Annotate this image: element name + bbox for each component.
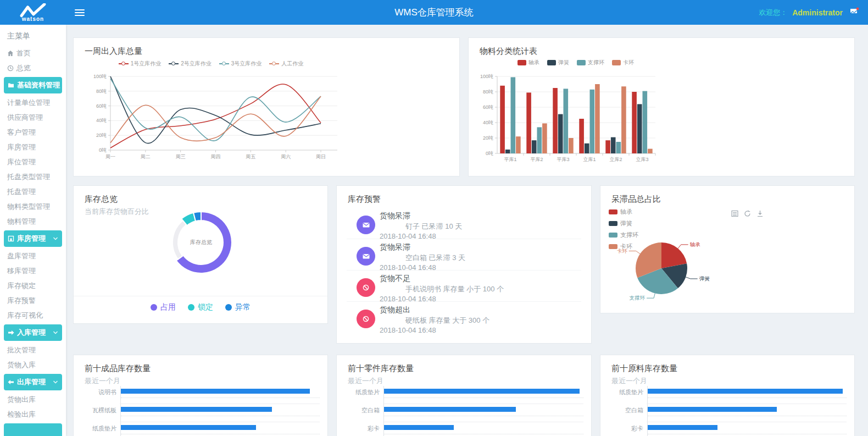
- download-icon[interactable]: [756, 210, 764, 217]
- bar-row: 说明书: [85, 386, 320, 404]
- sidebar-item-18[interactable]: 入库管理: [4, 324, 62, 341]
- hamburger-menu-icon[interactable]: [75, 8, 85, 18]
- weekly-line-chart: 0吨20吨40吨60吨80吨100吨周一周二周三周四周五周六周日: [87, 70, 351, 176]
- bar-row: 空白箱: [611, 404, 847, 422]
- home-icon: [7, 50, 14, 57]
- sidebar-item-10[interactable]: 物料类型管理: [0, 199, 66, 214]
- card-stock-alerts: 库存预警 货物呆滞钉子 已呆滞 10 天2018-10-04 16:48货物呆滞…: [336, 185, 592, 344]
- sidebar-item-3[interactable]: 计量单位管理: [0, 95, 66, 110]
- legend-item[interactable]: 支撑环: [577, 59, 604, 67]
- sidebar-item-4[interactable]: 供应商管理: [0, 110, 66, 125]
- sidebar-item-0[interactable]: 首页: [0, 46, 66, 60]
- alert-desc: 钉子 已呆滞 10 天: [405, 222, 581, 231]
- sidebar-item-label: 移库管理: [7, 266, 36, 276]
- legend-item[interactable]: 锁定: [188, 302, 213, 312]
- sidebar-item-label: 供应商管理: [7, 113, 43, 123]
- chevron-down-icon: [53, 236, 58, 241]
- sidebar-item-1[interactable]: 总览: [0, 60, 66, 75]
- legend-item[interactable]: 轴承: [518, 59, 539, 67]
- sidebar-item-21[interactable]: 出库管理: [4, 374, 62, 390]
- sidebar-item-label: 检验出库: [7, 410, 36, 420]
- top-parts-chart: 纸质垫片空白箱彩卡说明书: [348, 386, 583, 436]
- donut-legend: 占用锁定异常: [74, 302, 327, 312]
- legend-item[interactable]: 3号立库作业: [219, 60, 262, 68]
- overview-icon: [7, 65, 14, 71]
- sidebar-item-23[interactable]: 检验出库: [0, 407, 66, 422]
- svg-text:40吨: 40吨: [96, 118, 107, 123]
- bar-row: 彩卡: [611, 422, 847, 436]
- card-title: 一周出入库总量: [74, 38, 459, 57]
- legend-item[interactable]: 占用: [151, 302, 176, 312]
- divider: [74, 296, 327, 296]
- top-header: watson WMS仓库管理系统 欢迎您： Administrator: [0, 0, 868, 25]
- alert-title: 货物呆滞: [380, 242, 581, 252]
- sidebar-item-15[interactable]: 库存锁定: [0, 278, 66, 293]
- sidebar-item-22[interactable]: 货物出库: [0, 392, 66, 407]
- bar-row: 瓦楞纸板: [85, 404, 320, 422]
- card-subtitle: 最近一个月: [74, 374, 327, 386]
- legend-item[interactable]: 2号立库作业: [169, 60, 212, 68]
- notification-icon[interactable]: [850, 7, 859, 18]
- sidebar-item-8[interactable]: 托盘类型管理: [0, 169, 66, 184]
- legend-item[interactable]: 人工作业: [269, 60, 303, 68]
- sidebar-item-17[interactable]: 库存可视化: [0, 308, 66, 323]
- sidebar-item-14[interactable]: 移库管理: [0, 263, 66, 278]
- legend-label: 1号立库作业: [131, 60, 162, 68]
- card-subtitle: 最近一个月: [600, 374, 854, 386]
- sidebar-item-6[interactable]: 库房管理: [0, 140, 66, 154]
- card-weekly-io: 一周出入库总量 1号立库作业2号立库作业3号立库作业人工作业 0吨20吨40吨6…: [73, 37, 460, 176]
- legend-label: 卡环: [623, 59, 634, 67]
- card-title: 库存预警: [337, 186, 591, 205]
- sidebar-item-13[interactable]: 盘库管理: [0, 249, 66, 263]
- bar: [121, 407, 272, 412]
- alert-item: 货物呆滞空白箱 已呆滞 3 天2018-10-04 16:48: [347, 239, 581, 271]
- svg-text:立库2: 立库2: [609, 157, 622, 162]
- legend-label: 2号立库作业: [181, 60, 212, 68]
- app-logo[interactable]: watson: [0, 0, 66, 25]
- bar-label: 彩卡: [611, 424, 647, 433]
- top-raw-chart: 纸质垫片空白箱彩卡说明书: [611, 386, 847, 436]
- svg-text:0吨: 0吨: [99, 147, 107, 153]
- bar: [384, 407, 516, 412]
- sidebar-item-label: 托盘类型管理: [7, 172, 50, 182]
- svg-text:周二: 周二: [141, 154, 151, 159]
- page-title: WMS仓库管理系统: [0, 6, 868, 19]
- sidebar-item-9[interactable]: 托盘管理: [0, 184, 66, 199]
- sidebar-item-12[interactable]: 库房管理: [4, 230, 62, 247]
- sidebar-item-5[interactable]: 客户管理: [0, 125, 66, 140]
- alert-desc: 手机说明书 库存量 小于 100 个: [405, 284, 581, 294]
- data-view-icon[interactable]: [731, 210, 738, 217]
- legend-label: 支撑环: [588, 59, 604, 67]
- legend-item[interactable]: 轴承: [609, 208, 638, 216]
- svg-text:周三: 周三: [176, 154, 186, 159]
- svg-text:100吨: 100吨: [480, 74, 493, 79]
- legend-label: 锁定: [198, 302, 213, 312]
- alert-item: 货物呆滞钉子 已呆滞 10 天2018-10-04 16:48: [347, 208, 581, 239]
- legend-label: 轴承: [528, 59, 539, 67]
- card-title: 呆滞品总占比: [600, 186, 854, 205]
- welcome-label: 欢迎您：: [759, 8, 787, 18]
- sidebar-item-7[interactable]: 库位管理: [0, 154, 66, 169]
- sidebar-item-24[interactable]: [4, 423, 62, 436]
- legend-item[interactable]: 卡环: [612, 59, 634, 67]
- sidebar-item-11[interactable]: 物料管理: [0, 214, 66, 229]
- svg-text:80吨: 80吨: [96, 89, 107, 94]
- refresh-icon[interactable]: [744, 210, 751, 217]
- folder-icon: [8, 82, 14, 89]
- svg-text:100吨: 100吨: [93, 74, 107, 79]
- svg-text:平库1: 平库1: [504, 157, 516, 162]
- svg-text:20吨: 20吨: [483, 135, 493, 141]
- bar: [121, 425, 256, 430]
- svg-text:立库3: 立库3: [636, 157, 648, 162]
- sidebar-item-2[interactable]: 基础资料管理: [4, 77, 62, 93]
- sidebar: 主菜单 首页总览基础资料管理计量单位管理供应商管理客户管理库房管理库位管理托盘类…: [0, 25, 66, 436]
- sidebar-item-16[interactable]: 库存预警: [0, 293, 66, 308]
- bar: [648, 407, 777, 412]
- sidebar-item-20[interactable]: 货物入库: [0, 357, 66, 372]
- svg-text:弹簧: 弹簧: [699, 275, 710, 282]
- sidebar-item-19[interactable]: 批次管理: [0, 343, 66, 357]
- legend-item[interactable]: 弹簧: [547, 59, 569, 67]
- legend-item[interactable]: 异常: [225, 302, 251, 312]
- legend-item[interactable]: 1号立库作业: [119, 60, 162, 68]
- username[interactable]: Administrator: [792, 8, 843, 17]
